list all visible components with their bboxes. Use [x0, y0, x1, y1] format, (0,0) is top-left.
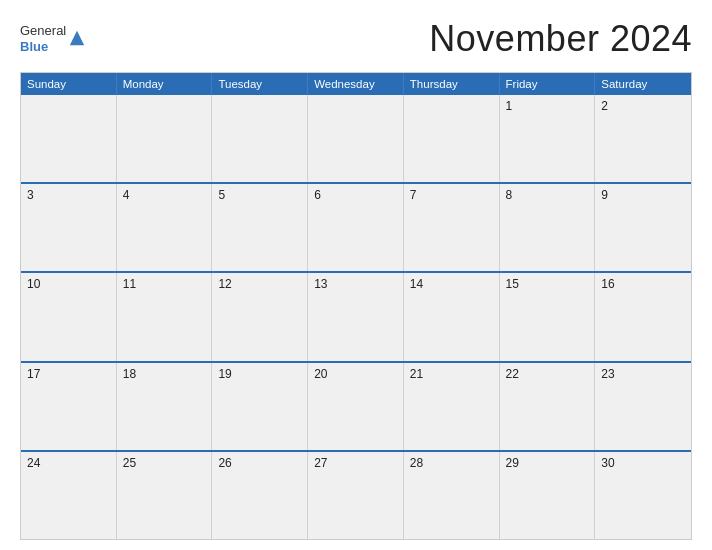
- day-cell: 21: [404, 363, 500, 450]
- day-headers: Sunday Monday Tuesday Wednesday Thursday…: [21, 73, 691, 95]
- header-tuesday: Tuesday: [212, 73, 308, 95]
- day-cell: 10: [21, 273, 117, 360]
- day-cell: 14: [404, 273, 500, 360]
- weeks: 1 2 3 4 5 6 7 8 9 10 11 12 13 14 15 16: [21, 95, 691, 539]
- day-cell: 6: [308, 184, 404, 271]
- logo: General Blue: [20, 23, 86, 54]
- header-monday: Monday: [117, 73, 213, 95]
- day-cell: 19: [212, 363, 308, 450]
- header-thursday: Thursday: [404, 73, 500, 95]
- header: General Blue November 2024: [20, 18, 692, 60]
- logo-icon: [68, 29, 86, 47]
- day-cell: 1: [500, 95, 596, 182]
- day-cell: 11: [117, 273, 213, 360]
- day-cell: 30: [595, 452, 691, 539]
- logo-text: General Blue: [20, 23, 66, 54]
- day-cell: [308, 95, 404, 182]
- day-cell: 25: [117, 452, 213, 539]
- day-cell: 20: [308, 363, 404, 450]
- day-cell: [404, 95, 500, 182]
- day-cell: [212, 95, 308, 182]
- day-cell: 27: [308, 452, 404, 539]
- week-row-2: 3 4 5 6 7 8 9: [21, 182, 691, 271]
- day-cell: 3: [21, 184, 117, 271]
- logo-blue: Blue: [20, 39, 66, 55]
- day-cell: 16: [595, 273, 691, 360]
- day-cell: 28: [404, 452, 500, 539]
- calendar: Sunday Monday Tuesday Wednesday Thursday…: [20, 72, 692, 540]
- week-row-3: 10 11 12 13 14 15 16: [21, 271, 691, 360]
- week-row-4: 17 18 19 20 21 22 23: [21, 361, 691, 450]
- week-row-1: 1 2: [21, 95, 691, 182]
- day-cell: 26: [212, 452, 308, 539]
- day-cell: 12: [212, 273, 308, 360]
- logo-general: General: [20, 23, 66, 39]
- svg-marker-0: [70, 31, 84, 45]
- day-cell: [117, 95, 213, 182]
- day-cell: 17: [21, 363, 117, 450]
- month-title: November 2024: [429, 18, 692, 60]
- day-cell: 7: [404, 184, 500, 271]
- day-cell: 9: [595, 184, 691, 271]
- header-sunday: Sunday: [21, 73, 117, 95]
- day-cell: 18: [117, 363, 213, 450]
- header-friday: Friday: [500, 73, 596, 95]
- day-cell: [21, 95, 117, 182]
- day-cell: 4: [117, 184, 213, 271]
- calendar-page: General Blue November 2024 Sunday Monday…: [0, 0, 712, 550]
- day-cell: 8: [500, 184, 596, 271]
- day-cell: 5: [212, 184, 308, 271]
- day-cell: 22: [500, 363, 596, 450]
- day-cell: 2: [595, 95, 691, 182]
- day-cell: 13: [308, 273, 404, 360]
- day-cell: 29: [500, 452, 596, 539]
- header-saturday: Saturday: [595, 73, 691, 95]
- day-cell: 24: [21, 452, 117, 539]
- day-cell: 15: [500, 273, 596, 360]
- header-wednesday: Wednesday: [308, 73, 404, 95]
- week-row-5: 24 25 26 27 28 29 30: [21, 450, 691, 539]
- day-cell: 23: [595, 363, 691, 450]
